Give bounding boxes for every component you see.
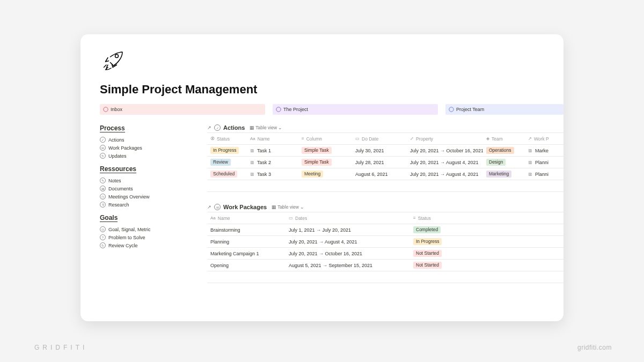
footer-brand: GRIDFITI [34, 344, 87, 351]
table-header-row: AaName ▭Dates ≡Status [207, 212, 564, 224]
page-title: Simple Project Management [100, 83, 564, 97]
table-row[interactable]: Marketing Campaign 1 July 20, 2021 → Oct… [207, 248, 564, 260]
sidebar-item-actions[interactable]: ✓Actions [100, 136, 202, 144]
sidebar-item-research[interactable]: ⚲Research [100, 201, 202, 209]
cell-text: Planning [210, 239, 229, 245]
workpackages-db-title[interactable]: Work Packages [223, 204, 267, 210]
team-tag: Design [486, 159, 506, 166]
sidebar-item-documents[interactable]: ▤Documents [100, 184, 202, 193]
status-tag: Not Started [413, 250, 442, 257]
circle-icon: ⚲ [100, 202, 106, 208]
actions-table: ⦿Status AaName ≡Column ▭Do Date ⤢Propert… [207, 132, 564, 192]
status-tag: Completed [413, 226, 441, 234]
status-icon: ⦿ [210, 136, 215, 141]
sidebar-item-problem[interactable]: ?Problem to Solve [100, 233, 202, 241]
chevron-down-icon: ⌄ [300, 204, 304, 210]
page-icon: 🗎 [528, 160, 533, 165]
table-row[interactable]: Review 🗎Task 2 Simple Task July 28, 2021… [207, 157, 564, 168]
section-project[interactable]: The Project [273, 104, 438, 115]
cell-text: Task 2 [257, 160, 271, 165]
cell-text: Opening [210, 263, 229, 268]
check-circle-icon: ✓ [214, 124, 221, 131]
section-label: The Project [283, 107, 308, 112]
team-icon [449, 107, 454, 112]
column-tag: Simple Task [302, 159, 332, 166]
col-property[interactable]: ⤢Property [407, 135, 483, 143]
sidebar-item-notes[interactable]: ✎Notes [100, 176, 202, 184]
sidebar-item-goal-metric[interactable]: ◎Goal, Signal, Metric [100, 225, 202, 233]
sidebar-item-label: Work Packages [108, 145, 142, 151]
sidebar-item-label: Research [108, 202, 129, 208]
relation-icon: ↗ [528, 136, 532, 141]
circle-icon: ◷ [100, 194, 106, 200]
tag-icon: ◈ [486, 136, 489, 141]
table-empty-row[interactable] [207, 180, 564, 192]
circle-icon: ◎ [100, 226, 106, 232]
page-content: Simple Project Management Inbox The Proj… [80, 34, 564, 295]
cell-text: July 28, 2021 [355, 160, 384, 165]
section-inbox[interactable]: Inbox [100, 104, 265, 115]
main-area: ↗ ✓ Actions ▦ Table view ⌄ ⦿Status AaNam… [207, 124, 564, 295]
page-icon: 🗎 [528, 172, 533, 177]
table-row[interactable]: Scheduled 🗎Task 3 Meeting August 6, 2021… [207, 168, 564, 180]
sidebar-item-meetings[interactable]: ◷Meetings Overview [100, 193, 202, 201]
svg-point-3 [104, 107, 108, 112]
section-label: Inbox [111, 107, 122, 112]
cell-text: Task 1 [257, 148, 271, 153]
circle-icon: ? [100, 234, 106, 240]
section-team[interactable]: Project Team [445, 104, 564, 115]
col-dodate[interactable]: ▭Do Date [352, 135, 407, 143]
sidebar: Process ✓Actions ⊞Work Packages ↻Updates… [100, 124, 207, 295]
table-row[interactable]: Planning July 20, 2021 → August 4, 2021 … [207, 236, 564, 248]
col-dates[interactable]: ▭Dates [286, 214, 410, 223]
table-empty-row[interactable] [207, 271, 564, 283]
col-status[interactable]: ⦿Status [207, 135, 247, 143]
cell-text: July 20, 2021 → October 16, 2021 [289, 251, 362, 256]
col-name[interactable]: AaName [247, 135, 298, 143]
view-label: Table view [277, 204, 299, 210]
cell-text: July 20, 2021 → October 16, 2021 [410, 148, 483, 153]
table-row[interactable]: In Progress 🗎Task 1 Simple Task July 30,… [207, 145, 564, 157]
team-tag: Operations [486, 147, 514, 154]
status-tag: In Progress [413, 238, 442, 246]
cell-text: Planni [535, 172, 548, 177]
notion-page-card: Simple Project Management Inbox The Proj… [80, 34, 564, 321]
svg-line-1 [104, 65, 107, 68]
col-team[interactable]: ◈Team [483, 135, 525, 143]
cell-text: Planni [535, 160, 548, 165]
circle-icon: ✎ [100, 178, 106, 183]
cell-text: July 1, 2021 → July 20, 2021 [289, 227, 351, 233]
package-circle-icon: ⊞ [214, 204, 221, 210]
page-icon: 🗎 [250, 148, 255, 153]
chevron-down-icon: ⌄ [278, 125, 282, 130]
table-icon: ▦ [250, 125, 254, 130]
sidebar-item-work-packages[interactable]: ⊞Work Packages [100, 144, 202, 152]
cell-text: August 5, 2021 → September 15, 2021 [289, 263, 372, 268]
status-tag: Not Started [413, 262, 442, 269]
col-name[interactable]: AaName [207, 214, 286, 223]
sidebar-item-label: Review Cycle [108, 243, 138, 248]
actions-view-selector[interactable]: ▦ Table view ⌄ [250, 125, 282, 130]
actions-db-title[interactable]: Actions [223, 124, 245, 131]
column-tag: Meeting [302, 171, 323, 178]
sidebar-item-label: Problem to Solve [108, 235, 145, 240]
status-tag: Scheduled [210, 171, 237, 178]
col-status[interactable]: ≡Status [410, 214, 464, 223]
page-icon: 🗎 [250, 172, 255, 177]
workpackages-view-selector[interactable]: ▦ Table view ⌄ [272, 204, 304, 210]
link-arrow-icon: ↗ [207, 125, 211, 130]
cell-text: Task 3 [257, 172, 271, 177]
column-tag: Simple Task [302, 147, 332, 154]
cell-text: July 20, 2021 → August 4, 2021 [289, 239, 357, 245]
calendar-icon: ▭ [355, 136, 360, 141]
col-workp[interactable]: ↗Work P [525, 135, 562, 143]
sidebar-item-review-cycle[interactable]: ↻Review Cycle [100, 241, 202, 249]
cell-text: Marketing Campaign 1 [210, 251, 259, 256]
sidebar-item-updates[interactable]: ↻Updates [100, 152, 202, 160]
workpackages-db-header: ↗ ⊞ Work Packages ▦ Table view ⌄ [207, 204, 564, 210]
status-tag: Review [210, 159, 231, 166]
col-column[interactable]: ≡Column [298, 135, 352, 143]
circle-icon: ✓ [100, 137, 106, 143]
table-row[interactable]: Brainstorming July 1, 2021 → July 20, 20… [207, 224, 564, 236]
table-row[interactable]: Opening August 5, 2021 → September 15, 2… [207, 260, 564, 271]
